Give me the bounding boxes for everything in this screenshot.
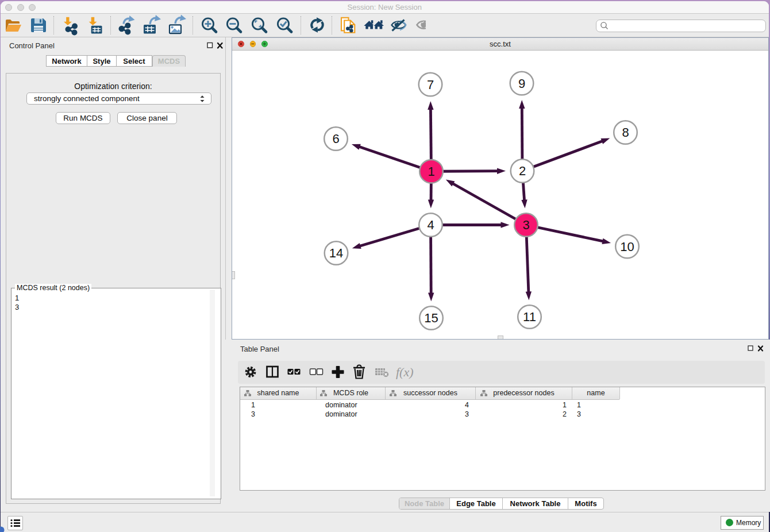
svg-text:f(x): f(x) — [396, 365, 414, 379]
svg-text:15: 15 — [424, 311, 438, 325]
svg-text:11: 11 — [523, 310, 536, 324]
svg-text:14: 14 — [329, 246, 343, 260]
svg-text:8: 8 — [622, 125, 629, 140]
svg-text:2: 2 — [519, 164, 526, 178]
svg-text:10: 10 — [620, 240, 634, 254]
svg-text:3: 3 — [522, 218, 529, 232]
svg-text:1: 1 — [428, 164, 434, 179]
svg-text:4: 4 — [427, 218, 434, 232]
svg-text:7: 7 — [427, 78, 434, 92]
svg-text:9: 9 — [518, 76, 525, 91]
svg-text:6: 6 — [332, 132, 339, 146]
